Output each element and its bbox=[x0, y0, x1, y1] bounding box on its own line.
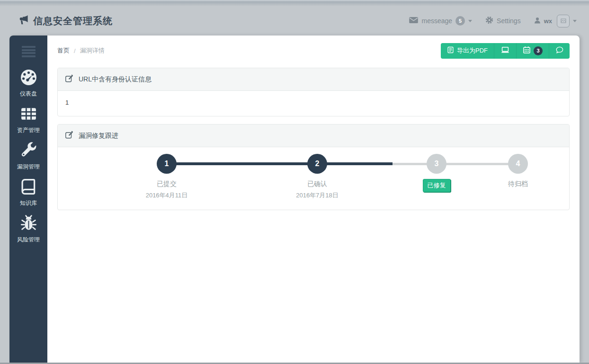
sidebar: 仪表盘 资产管理 bbox=[9, 36, 47, 363]
step-circle: 1 bbox=[157, 154, 177, 174]
settings-menu[interactable]: Settings bbox=[485, 16, 521, 26]
vulnerability-panel-heading: URL中含有身份认证信息 bbox=[58, 68, 569, 91]
sidebar-item-label: 资产管理 bbox=[17, 126, 40, 134]
chevron-down-icon bbox=[468, 20, 472, 22]
wrench-icon bbox=[20, 142, 37, 161]
step-label: 已提交 bbox=[157, 180, 177, 188]
app-header: 信息安全管理系统 messeage 5 Settings bbox=[0, 6, 589, 36]
monitor-button[interactable] bbox=[494, 43, 516, 59]
step-archive: 4 待归档 bbox=[485, 154, 551, 188]
step-date: 2016年4月11日 bbox=[146, 191, 188, 200]
sidebar-item-vulnerabilities[interactable]: 漏洞管理 bbox=[9, 141, 47, 172]
sidebar-item-risk[interactable]: 风险管理 bbox=[9, 213, 47, 245]
main-window: 仪表盘 资产管理 bbox=[9, 36, 580, 363]
messages-menu[interactable]: messeage 5 bbox=[409, 16, 472, 26]
bullhorn-logo-icon bbox=[18, 15, 29, 27]
stepper-track-progress bbox=[167, 162, 393, 165]
table-icon bbox=[20, 105, 37, 124]
settings-label: Settings bbox=[497, 17, 521, 25]
calendar-button[interactable]: 3 bbox=[516, 43, 549, 59]
chevron-down-icon bbox=[573, 20, 577, 22]
fix-progress-panel-title: 漏洞修复跟进 bbox=[79, 132, 118, 140]
messages-label: messeage bbox=[421, 17, 452, 25]
edit-icon bbox=[65, 74, 73, 84]
user-icon bbox=[534, 17, 541, 25]
gear-icon bbox=[485, 16, 493, 26]
step-label: 已确认 bbox=[307, 180, 327, 188]
step-circle: 4 bbox=[508, 154, 528, 174]
breadcrumb-current: 漏洞详情 bbox=[80, 46, 105, 55]
sidebar-item-knowledge-base[interactable]: 知识库 bbox=[9, 177, 47, 208]
book-icon bbox=[20, 178, 37, 197]
sidebar-toggle-hamburger-icon[interactable] bbox=[19, 44, 38, 60]
edit-icon bbox=[65, 131, 73, 141]
mark-fixed-button[interactable]: 已修复 bbox=[423, 179, 451, 192]
vulnerability-panel-body: 1 bbox=[58, 91, 569, 116]
username-label: wx bbox=[544, 18, 552, 25]
calendar-icon bbox=[523, 46, 531, 55]
messages-count-badge: 5 bbox=[455, 16, 465, 26]
file-pdf-icon bbox=[447, 46, 454, 55]
header-menu: messeage 5 Settings wx bbox=[409, 15, 577, 27]
brand: 信息安全管理系统 bbox=[18, 15, 113, 27]
breadcrumb-separator: / bbox=[74, 47, 76, 54]
sidebar-item-label: 风险管理 bbox=[17, 236, 40, 244]
gauge-icon bbox=[20, 69, 37, 88]
sidebar-item-assets[interactable]: 资产管理 bbox=[9, 104, 47, 135]
action-button-group: 导出为PDF bbox=[441, 43, 570, 59]
avatar[interactable] bbox=[557, 15, 570, 27]
vulnerability-detail-panel: URL中含有身份认证信息 1 bbox=[57, 68, 570, 116]
step-label: 待归档 bbox=[508, 180, 528, 188]
export-pdf-button[interactable]: 导出为PDF bbox=[441, 43, 494, 59]
envelope-icon bbox=[409, 17, 418, 25]
user-menu[interactable]: wx bbox=[534, 15, 577, 27]
sidebar-item-label: 漏洞管理 bbox=[17, 163, 40, 171]
step-date: 2016年7月18日 bbox=[296, 191, 339, 200]
comments-button[interactable] bbox=[549, 43, 570, 59]
toolbar-row: 首页 / 漏洞详情 导出为PDF bbox=[47, 36, 580, 60]
sidebar-item-label: 仪表盘 bbox=[20, 90, 37, 98]
window-top-strip bbox=[0, 0, 589, 6]
sidebar-item-dashboard[interactable]: 仪表盘 bbox=[9, 68, 47, 99]
step-confirmed: 2 已确认 2016年7月18日 bbox=[284, 154, 350, 200]
export-pdf-label: 导出为PDF bbox=[457, 46, 488, 55]
page-title: 信息安全管理系统 bbox=[33, 15, 113, 27]
step-circle: 3 bbox=[427, 154, 446, 174]
main-content: 首页 / 漏洞详情 导出为PDF bbox=[47, 36, 580, 363]
vulnerability-panel-title: URL中含有身份认证信息 bbox=[79, 75, 152, 84]
laptop-icon bbox=[500, 46, 510, 55]
fix-progress-panel-heading: 漏洞修复跟进 bbox=[58, 124, 569, 147]
comment-icon bbox=[555, 46, 563, 55]
breadcrumb: 首页 / 漏洞详情 bbox=[57, 46, 105, 55]
bug-icon bbox=[20, 214, 37, 234]
step-circle: 2 bbox=[307, 154, 327, 174]
breadcrumb-home-link[interactable]: 首页 bbox=[57, 46, 70, 55]
step-submitted: 1 已提交 2016年4月11日 bbox=[134, 154, 200, 200]
calendar-count-badge: 3 bbox=[534, 46, 543, 55]
fix-progress-panel: 漏洞修复跟进 1 已提交 2016年4月11日 2 已确认 2016年7月18日… bbox=[57, 124, 570, 210]
sidebar-item-label: 知识库 bbox=[20, 199, 37, 207]
fix-progress-stepper: 1 已提交 2016年4月11日 2 已确认 2016年7月18日 3 已修复 … bbox=[58, 147, 569, 210]
step-fixed: 3 已修复 bbox=[403, 154, 470, 192]
